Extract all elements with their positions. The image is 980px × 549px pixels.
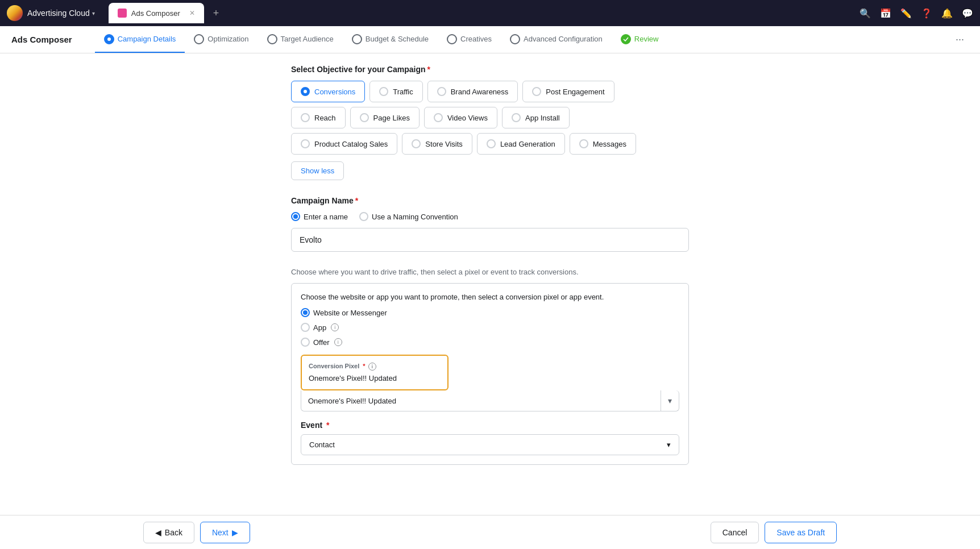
tab-review[interactable]: Review — [612, 26, 668, 53]
pixel-value: Onemore's Pixel!! Updated — [309, 374, 441, 382]
more-options-icon[interactable]: ··· — [951, 34, 969, 45]
tab-label-campaign-details: Campaign Details — [118, 35, 176, 43]
objective-row-2: Reach Page Likes Video Views App Install — [291, 107, 689, 128]
chevron-down-icon: ▾ — [92, 10, 95, 16]
tab-icon — [118, 9, 127, 18]
search-icon[interactable]: 🔍 — [859, 8, 871, 19]
app-title: Ads Composer — [11, 35, 72, 44]
objective-traffic-label: Traffic — [393, 88, 413, 96]
browser-actions: 🔍 📅 ✏️ ❓ 🔔 💬 — [859, 8, 973, 19]
objective-store-visits[interactable]: Store Visits — [402, 133, 472, 155]
objective-messages-label: Messages — [593, 140, 626, 148]
tab-label-advanced-configuration: Advanced Configuration — [524, 35, 603, 43]
pixel-dropdown[interactable]: Onemore's Pixel!! Updated ▾ — [301, 390, 679, 411]
radio-app-dot — [301, 323, 310, 332]
name-radio-group: Enter a name Use a Naming Convention — [291, 212, 689, 221]
tab-label-budget-schedule: Budget & Schedule — [366, 35, 429, 43]
campaign-name-input[interactable]: Evolto — [291, 228, 689, 252]
svg-point-0 — [107, 38, 111, 41]
tab-budget-schedule[interactable]: Budget & Schedule — [343, 26, 438, 53]
step-icon-target-audience — [267, 34, 277, 44]
radio-reach — [301, 113, 310, 122]
radio-store-visits — [412, 139, 421, 148]
tab-campaign-details[interactable]: Campaign Details — [95, 26, 185, 53]
objective-video-views[interactable]: Video Views — [424, 107, 497, 128]
radio-naming-convention-dot — [359, 212, 368, 221]
pixel-label: Conversion Pixel * i — [309, 363, 441, 371]
tab-optimization[interactable]: Optimization — [185, 26, 258, 53]
tab-label-optimization: Optimization — [207, 35, 248, 43]
traffic-box-description: Choose the website or app you want to pr… — [301, 293, 679, 301]
objective-row-1: Conversions Traffic Brand Awareness Post… — [291, 81, 689, 102]
conversion-pixel-section: Conversion Pixel * i Onemore's Pixel!! U… — [301, 355, 679, 411]
objective-app-install[interactable]: App Install — [502, 107, 570, 128]
radio-offer[interactable]: Offer i — [301, 338, 679, 347]
objective-brand-awareness[interactable]: Brand Awareness — [427, 81, 518, 102]
main-content: Select Objective for your Campaign* Conv… — [0, 53, 980, 515]
app-selector[interactable]: Advertising Cloud ▾ — [27, 9, 95, 18]
event-dropdown[interactable]: Contact ▾ — [301, 434, 679, 455]
objective-lead-generation-label: Lead Generation — [500, 140, 555, 148]
traffic-options-box: Choose the website or app you want to pr… — [291, 283, 689, 465]
radio-traffic — [379, 87, 388, 96]
step-icon-optimization — [194, 34, 204, 44]
tab-close-icon[interactable]: ✕ — [189, 9, 195, 17]
radio-naming-convention[interactable]: Use a Naming Convention — [359, 212, 458, 221]
tab-title: Ads Composer — [131, 9, 180, 18]
objective-traffic[interactable]: Traffic — [369, 81, 422, 102]
objective-lead-generation[interactable]: Lead Generation — [477, 133, 565, 155]
radio-product-catalog-sales — [301, 139, 310, 148]
radio-conversions — [301, 87, 310, 96]
objective-post-engagement[interactable]: Post Engagement — [522, 81, 614, 102]
event-selected-value: Contact — [309, 440, 335, 449]
objective-product-catalog-sales-label: Product Catalog Sales — [314, 140, 388, 148]
pixel-dropdown-chevron[interactable]: ▾ — [661, 390, 679, 411]
calendar-icon[interactable]: 📅 — [880, 8, 891, 19]
nav-tabs: Campaign Details Optimization Target Aud… — [95, 26, 951, 53]
show-less-button[interactable]: Show less — [291, 161, 344, 180]
browser-tab[interactable]: Ads Composer ✕ — [109, 3, 204, 23]
help-icon[interactable]: ❓ — [921, 8, 932, 19]
step-icon-advanced-config — [510, 34, 520, 44]
tab-creatives[interactable]: Creatives — [438, 26, 501, 53]
browser-chrome: Advertising Cloud ▾ Ads Composer ✕ + 🔍 📅… — [0, 0, 980, 26]
radio-website-messenger-dot — [301, 308, 310, 317]
objective-row-3: Product Catalog Sales Store Visits Lead … — [291, 133, 689, 155]
event-dropdown-chevron: ▾ — [667, 440, 671, 449]
notifications-icon[interactable]: 🔔 — [941, 8, 953, 19]
radio-post-engagement — [532, 87, 541, 96]
step-icon-campaign-details — [104, 34, 114, 44]
chat-icon[interactable]: 💬 — [962, 8, 973, 19]
objective-conversions[interactable]: Conversions — [291, 81, 365, 102]
event-label: Event * — [301, 421, 679, 430]
event-required: * — [326, 421, 329, 430]
pixel-required: * — [363, 363, 365, 369]
objective-reach-label: Reach — [314, 114, 336, 122]
objective-post-engagement-label: Post Engagement — [546, 88, 604, 96]
radio-page-likes — [360, 113, 369, 122]
tab-target-audience[interactable]: Target Audience — [258, 26, 343, 53]
pixel-box: Conversion Pixel * i Onemore's Pixel!! U… — [301, 355, 449, 390]
app-name-label: Advertising Cloud — [27, 9, 90, 18]
tab-advanced-configuration[interactable]: Advanced Configuration — [501, 26, 612, 53]
event-section: Event * Contact ▾ — [301, 421, 679, 455]
objective-messages[interactable]: Messages — [570, 133, 636, 155]
objective-reach[interactable]: Reach — [291, 107, 346, 128]
radio-enter-name[interactable]: Enter a name — [291, 212, 348, 221]
radio-website-messenger[interactable]: Website or Messenger — [301, 308, 679, 317]
objective-product-catalog-sales[interactable]: Product Catalog Sales — [291, 133, 397, 155]
radio-video-views — [434, 113, 443, 122]
tab-label-review: Review — [634, 35, 659, 43]
radio-app[interactable]: App i — [301, 323, 679, 332]
tab-label-creatives: Creatives — [460, 35, 492, 43]
objective-page-likes[interactable]: Page Likes — [350, 107, 420, 128]
offer-info-icon: i — [334, 338, 342, 346]
radio-offer-label: Offer — [313, 338, 330, 347]
new-tab-button[interactable]: + — [209, 5, 224, 22]
traffic-description: Choose where you want to drive traffic, … — [291, 268, 689, 276]
edit-icon[interactable]: ✏️ — [900, 8, 912, 19]
traffic-section: Choose where you want to drive traffic, … — [291, 268, 689, 465]
step-icon-creatives — [447, 34, 457, 44]
objective-video-views-label: Video Views — [447, 114, 488, 122]
tab-label-target-audience: Target Audience — [281, 35, 334, 43]
